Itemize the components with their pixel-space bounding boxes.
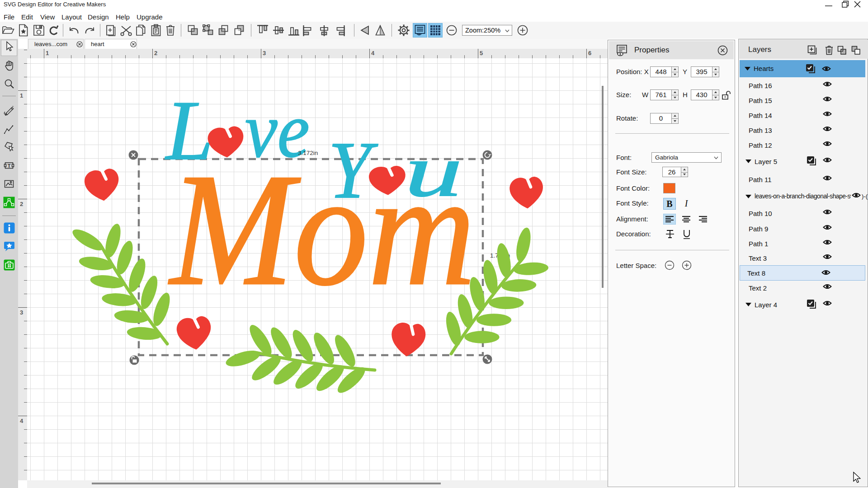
svg-text:T: T [8,163,11,169]
svg-text:3.172in: 3.172in [298,150,318,156]
svg-text:Mom: Mom [168,140,476,319]
